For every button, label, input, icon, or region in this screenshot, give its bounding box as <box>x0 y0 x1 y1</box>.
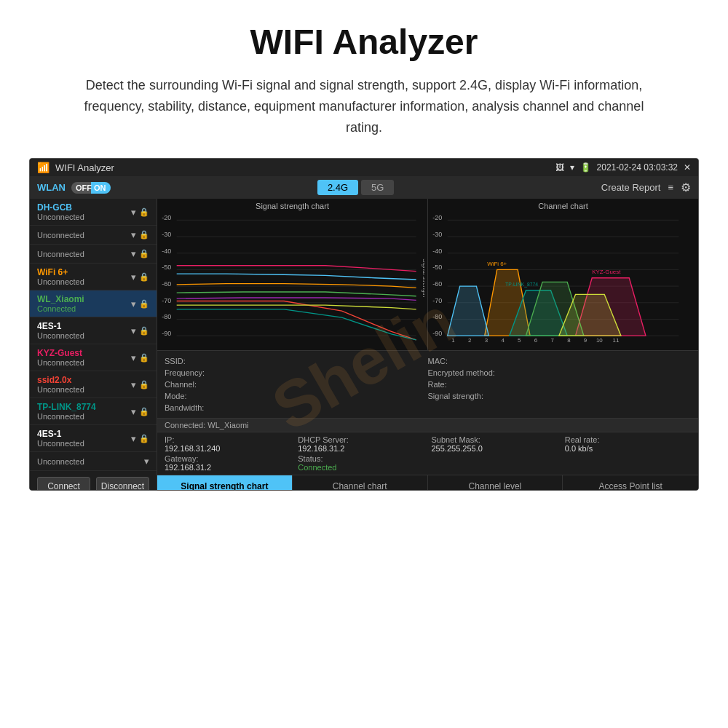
lock-icon: 🔒 <box>139 380 149 389</box>
close-button[interactable]: ✕ <box>684 162 691 173</box>
tab-channel-level[interactable]: Channel level <box>428 475 563 491</box>
tab-signal-strength[interactable]: Signal strength chart <box>157 475 293 491</box>
connected-grid: IP: 192.168.31.240 DHCP Server: 192.168.… <box>157 432 698 475</box>
svg-text:3: 3 <box>485 338 488 344</box>
wifi-signal-icon: ▾ <box>131 229 136 240</box>
freq-tab-5g[interactable]: 5G <box>361 180 394 195</box>
sidebar-item-11[interactable]: Unconnected ▾ <box>30 452 157 471</box>
svg-text:-80: -80 <box>162 314 171 321</box>
freq-tabs: 2.4G 5G <box>317 180 395 195</box>
settings-icon[interactable]: ⚙ <box>681 181 691 194</box>
si-left: 4ES-1 Unconnected <box>37 429 84 448</box>
ip-label: IP: <box>165 435 290 444</box>
si-left: KYZ-Guest Unconnected <box>37 348 84 367</box>
wifi-signal-icon: ▾ <box>131 298 136 309</box>
sidebar-item-kyz-guest[interactable]: KYZ-Guest Unconnected ▾ 🔒 <box>30 344 157 371</box>
svg-text:-40: -40 <box>162 248 171 255</box>
lock-icon: 🔒 <box>139 434 149 443</box>
svg-text:KYZ-Guest: KYZ-Guest <box>592 269 621 275</box>
wifi-status-icon: ▾ <box>570 162 574 173</box>
si-icons: ▾ 🔒 <box>131 298 149 309</box>
info-signal-row: Signal strength: <box>428 390 692 402</box>
cg-realrate: Real rate: 0.0 kb/s <box>565 435 691 453</box>
wlan-label: WLAN <box>37 182 66 193</box>
realrate-label: Real rate: <box>565 435 691 444</box>
svg-text:-50: -50 <box>432 264 442 272</box>
si-status: Unconnected <box>37 412 96 421</box>
mac-label: MAC: <box>428 357 501 365</box>
si-status: Unconnected <box>37 358 84 367</box>
sidebar-item-2[interactable]: Unconnected ▾ 🔒 <box>30 226 157 245</box>
si-status: Unconnected <box>37 277 84 286</box>
sidebar-item-4es1b[interactable]: 4ES-1 Unconnected ▾ 🔒 <box>30 425 157 452</box>
channel-chart-panel: Channel chart -20 -30 -40 -50 -60 -70 -8… <box>428 199 698 350</box>
svg-text:9: 9 <box>584 338 587 344</box>
screenshot-icon: 🖼 <box>555 162 564 173</box>
si-status: Unconnected <box>37 213 84 221</box>
filter-icon[interactable]: ≡ <box>668 182 673 193</box>
cg-gateway: Gateway: 192.168.31.2 <box>165 454 290 472</box>
svg-text:TP-LINK_8774: TP-LINK_8774 <box>505 282 538 288</box>
wlan-section: WLAN OFF ON <box>37 182 111 194</box>
svg-text:10: 10 <box>596 338 603 344</box>
title-bar-left: 📶 WIFI Analyzer <box>37 162 114 173</box>
channel-chart-svg-wrap: -20 -30 -40 -50 -60 -70 -80 -90 <box>431 212 695 344</box>
si-name: WiFi 6+ <box>37 267 84 277</box>
svg-marker-46 <box>448 286 489 336</box>
channel-chart-title: Channel chart <box>431 202 695 210</box>
si-name: WL_Xiaomi <box>37 294 84 304</box>
app-name: WIFI Analyzer <box>55 162 114 173</box>
create-report-button[interactable]: Create Report <box>601 182 661 193</box>
freq-label: Frequency: <box>165 368 237 377</box>
ssid-label: SSID: <box>165 357 237 365</box>
sidebar-item-ssid2[interactable]: ssid2.0x Unconnected ▾ 🔒 <box>30 371 157 398</box>
rate-label: Rate: <box>428 380 501 389</box>
disconnect-button[interactable]: Disconnect <box>96 477 149 490</box>
sidebar-item-3[interactable]: Unconnected ▾ 🔒 <box>30 245 157 264</box>
svg-text:-30: -30 <box>432 231 442 238</box>
lock-icon: 🔒 <box>139 272 149 282</box>
connected-header: Connected: WL_Xiaomi <box>157 418 698 432</box>
svg-text:-60: -60 <box>432 280 442 288</box>
sidebar-item-dh-gcb[interactable]: DH-GCB Unconnected ▾ 🔒 <box>30 199 157 226</box>
info-ssid-row: SSID: <box>165 355 428 367</box>
tab-channel-chart[interactable]: Channel chart <box>293 475 428 491</box>
si-icons: ▾ 🔒 <box>131 406 149 417</box>
svg-text:7: 7 <box>550 338 554 344</box>
svg-text:-50: -50 <box>162 264 171 272</box>
info-grid: SSID: MAC: Frequency: Encrypted met <box>157 351 698 418</box>
dhcp-value: 192.168.31.2 <box>298 444 424 453</box>
wifi-analyzer-icon: 📶 <box>37 162 50 173</box>
info-rate-row: Rate: <box>428 379 692 390</box>
svg-text:-80: -80 <box>432 314 442 321</box>
si-left: DH-GCB Unconnected <box>37 202 84 221</box>
connect-button[interactable]: Connect <box>37 477 90 490</box>
svg-text:WiFi 6+: WiFi 6+ <box>487 261 507 267</box>
si-icons: ▾ 🔒 <box>131 433 149 444</box>
tab-access-point-list[interactable]: Access Point list <box>563 475 698 491</box>
sidebar-item-xiaomi[interactable]: WL_Xiaomi Connected ▾ 🔒 <box>30 290 157 317</box>
si-left: ssid2.0x Unconnected <box>37 375 84 394</box>
si-icons: ▾ 🔒 <box>131 352 149 363</box>
svg-text:-30: -30 <box>162 231 171 238</box>
cg-status: Status: Connected <box>298 454 424 472</box>
wifi-signal-icon: ▾ <box>144 456 149 467</box>
wlan-toggle[interactable]: OFF ON <box>71 182 111 194</box>
realrate-value: 0.0 kb/s <box>565 444 691 453</box>
gateway-value: 192.168.31.2 <box>165 463 290 472</box>
signal-label: Signal strength: <box>428 392 501 400</box>
si-status: Unconnected <box>37 439 84 448</box>
sidebar-item-tplink[interactable]: TP-LINK_8774 Unconnected ▾ 🔒 <box>30 398 157 425</box>
freq-tab-2g[interactable]: 2.4G <box>317 180 358 195</box>
lock-icon: 🔒 <box>139 207 149 217</box>
toolbar-right: Create Report ≡ ⚙ <box>601 181 691 194</box>
sidebar: DH-GCB Unconnected ▾ 🔒 Unconnected ▾ <box>30 199 157 490</box>
app-window: 📶 WIFI Analyzer 🖼 ▾ 🔋 2021-02-24 03:03:3… <box>29 158 699 491</box>
wifi-signal-icon: ▾ <box>131 379 136 390</box>
channel-chart: -20 -30 -40 -50 -60 -70 -80 -90 <box>431 212 695 344</box>
svg-text:6: 6 <box>534 338 538 344</box>
charts-top: Signal strength chart -20 -30 -40 -50 -6… <box>157 199 698 351</box>
sidebar-item-4es1[interactable]: 4ES-1 Unconnected ▾ 🔒 <box>30 317 157 344</box>
info-mac-row: MAC: <box>428 355 692 367</box>
sidebar-item-wifi6[interactable]: WiFi 6+ Unconnected ▾ 🔒 <box>30 264 157 290</box>
